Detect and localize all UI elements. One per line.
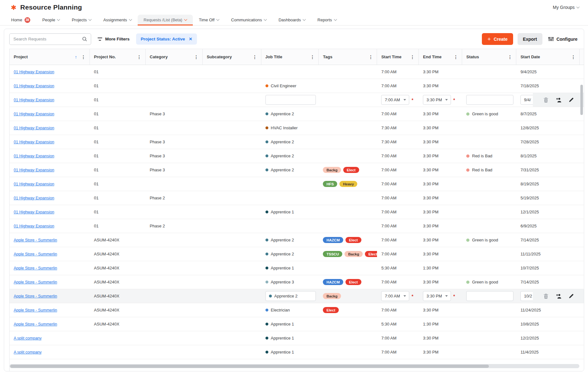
start-time-select[interactable]: 7:00 AM [381, 95, 409, 105]
project-link[interactable]: 01 Highway Expansion [14, 224, 54, 228]
start-time-select[interactable]: 7:00 AM [381, 291, 409, 301]
column-menu-icon[interactable]: ⋮ [136, 54, 142, 60]
project-link[interactable]: 01 Highway Expansion [14, 126, 54, 130]
status-input[interactable] [466, 291, 513, 301]
assign-person-button[interactable] [555, 293, 562, 299]
nav-tab-home[interactable]: Home38 [5, 15, 36, 25]
nav-tab-projects[interactable]: Projects [66, 15, 97, 25]
assign-person-button[interactable] [555, 97, 562, 103]
job-title-value: Apprentice 1 [271, 210, 294, 214]
project-link[interactable]: 01 Highway Expansion [14, 168, 54, 172]
filter-chip-project-status[interactable]: Project Status: Active ✕ [136, 33, 197, 45]
toolbar: More Filters Project Status: Active ✕ + … [4, 29, 584, 49]
column-header-tags[interactable]: Tags⋮ [319, 49, 377, 65]
column-header-subcategory[interactable]: Subcategory⋮ [203, 49, 261, 65]
column-header-start-date[interactable]: Start Date⋮ [516, 49, 580, 65]
job-title-input[interactable]: Apprentice 2 [265, 291, 316, 301]
project-link[interactable]: Apple Store - Summerlin [14, 322, 57, 326]
nav-tab-requests-list-beta[interactable]: Requests /List (Beta) [138, 15, 193, 25]
column-header-project[interactable]: Project↑⋮ [10, 49, 90, 65]
project-link[interactable]: 01 Highway Expansion [14, 210, 54, 214]
column-menu-icon[interactable]: ⋮ [80, 54, 87, 60]
search-input[interactable] [13, 37, 77, 41]
project-link[interactable]: 01 Highway Expansion [14, 154, 54, 158]
column-menu-icon[interactable]: ⋮ [252, 54, 258, 60]
my-groups-selector[interactable]: My Groups [553, 5, 579, 10]
column-menu-icon[interactable]: ⋮ [309, 54, 316, 60]
project-link[interactable]: 01 Highway Expansion [14, 70, 54, 74]
sort-ascending-icon[interactable]: ↑ [75, 54, 77, 60]
project-link[interactable]: Apple Store - Summerlin [14, 294, 57, 298]
status-input[interactable] [466, 95, 513, 105]
column-menu-icon[interactable]: ⋮ [453, 54, 459, 60]
column-menu-icon[interactable]: ⋮ [570, 54, 577, 60]
project-link[interactable]: A split company [14, 336, 42, 340]
end-time-cell: 3:30 PM [419, 140, 462, 144]
start-date-value: 11/4/2025 [520, 350, 539, 354]
column-header-en[interactable]: En⋮ [580, 49, 584, 65]
configure-button[interactable]: Configure [547, 33, 579, 45]
column-header-status[interactable]: Status⋮ [462, 49, 516, 65]
column-header-job-title[interactable]: Job Title⋮ [261, 49, 319, 65]
job-title-input-value: Apprentice 2 [274, 294, 298, 298]
end-time-select[interactable]: 3:30 PM [423, 95, 451, 105]
project-link[interactable]: Apple Store - Summerlin [14, 238, 57, 242]
column-menu-icon[interactable]: ⋮ [409, 54, 416, 60]
column-header-label: End Time [423, 54, 441, 59]
project-cell: 01 Highway Expansion [10, 126, 90, 130]
column-menu-icon[interactable]: ⋮ [193, 54, 200, 60]
more-filters-button[interactable]: More Filters [98, 37, 130, 41]
nav-tab-communications[interactable]: Communications [225, 15, 272, 25]
nav-tab-reports[interactable]: Reports [311, 15, 343, 25]
more-filters-label: More Filters [105, 37, 130, 41]
job-title-input[interactable] [265, 95, 316, 105]
edit-button[interactable] [568, 97, 575, 103]
project-link[interactable]: 01 Highway Expansion [14, 140, 54, 144]
project-link[interactable]: Apple Store - Summerlin [14, 308, 57, 312]
nav-tab-dashboards[interactable]: Dashboards [272, 15, 311, 25]
column-header-end-time[interactable]: End Time⋮ [419, 49, 462, 65]
search-box[interactable] [9, 33, 91, 45]
column-menu-icon[interactable]: ⋮ [367, 54, 374, 60]
delete-button[interactable] [542, 293, 549, 299]
start-date-value: 9/4/2025 [520, 69, 537, 74]
project-link[interactable]: Apple Store - Summerlin [14, 280, 57, 284]
vertical-scrollbar-thumb[interactable] [580, 85, 583, 115]
status-cell [462, 95, 516, 105]
project-link[interactable]: 01 Highway Expansion [14, 112, 54, 116]
status-dot-icon [466, 154, 469, 158]
project-link[interactable]: Apple Store - Summerlin [14, 252, 57, 256]
start-time-cell: 7:00 AM [377, 111, 419, 116]
start-date-cell: 8/1/2025 [516, 154, 580, 158]
end-time-select[interactable]: 3:30 PM [423, 291, 451, 301]
project-no-cell: 01 [90, 83, 146, 88]
nav-tab-people[interactable]: People [36, 15, 66, 25]
horizontal-scrollbar[interactable] [10, 364, 579, 368]
job-title-dot-icon [265, 112, 268, 115]
column-menu-icon[interactable]: ⋮ [507, 54, 513, 60]
table-row: Apple Store - SummerlinASUM-4240XApprent… [10, 233, 584, 247]
project-link[interactable]: 01 Highway Expansion [14, 182, 54, 186]
project-link[interactable]: 01 Highway Expansion [14, 84, 54, 88]
tag-chip: Elect [365, 251, 377, 257]
nav-tab-assignments[interactable]: Assignments [97, 15, 137, 25]
create-button[interactable]: + Create [482, 33, 513, 45]
project-link[interactable]: 01 Highway Expansion [14, 196, 54, 200]
project-link[interactable]: Apple Store - Summerlin [14, 266, 57, 270]
nav-tab-time-off[interactable]: Time Off [193, 15, 225, 25]
tag-chip: Elect [345, 279, 361, 285]
project-link[interactable]: 01 Highway Expansion [14, 98, 54, 102]
column-header-project-no[interactable]: Project No.⋮ [90, 49, 146, 65]
horizontal-scrollbar-thumb[interactable] [10, 365, 489, 368]
start-date-cell: 11/11/2025 [516, 252, 580, 256]
start-date-input-value: 9/4/ [524, 97, 531, 102]
delete-button[interactable] [542, 97, 549, 103]
column-header-start-time[interactable]: Start Time⋮ [377, 49, 419, 65]
edit-button[interactable] [568, 293, 575, 299]
project-cell: A split company [10, 350, 90, 354]
export-button[interactable]: Export [518, 33, 542, 45]
close-icon[interactable]: ✕ [189, 37, 192, 41]
column-header-category[interactable]: Category⋮ [146, 49, 203, 65]
project-no-value: 01 [94, 182, 98, 186]
project-link[interactable]: A split company [14, 350, 42, 354]
